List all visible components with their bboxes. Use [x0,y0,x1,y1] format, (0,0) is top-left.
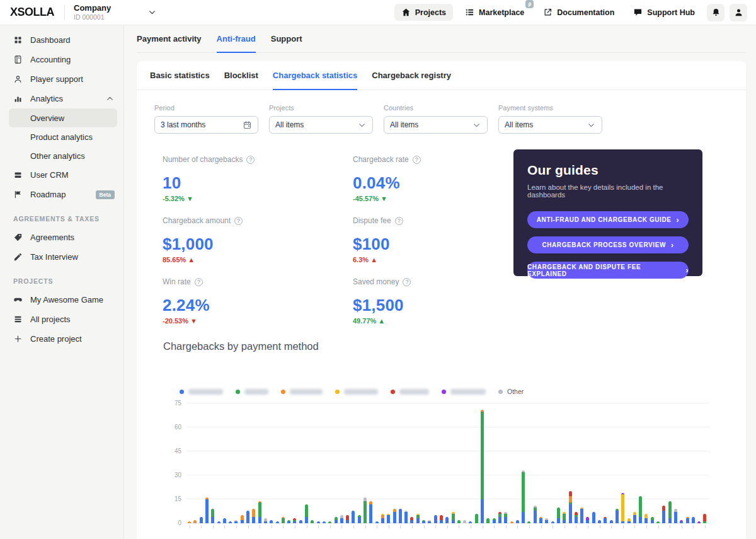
info-icon[interactable]: ? [413,156,421,164]
analytics-icon [13,94,23,103]
y-axis-label: 0 [163,519,181,526]
info-icon[interactable]: ? [403,278,411,286]
tab-support[interactable]: Support [271,25,302,52]
bar [241,515,244,523]
sidebar-item-analytics[interactable]: Analytics [0,89,123,108]
tab-chargeback-statistics[interactable]: Chargeback statistics [273,61,357,90]
bar [651,517,654,523]
gridline [186,427,709,427]
tab-payment-activity[interactable]: Payment activity [137,25,202,52]
sidebar-item-label: Analytics [30,94,63,103]
bar [486,518,490,523]
metric-label: Number of chargebacks? [163,155,353,164]
nav-projects[interactable]: Projects [394,4,453,21]
sidebar-item-all-projects[interactable]: All projects [0,310,123,329]
tab-anti-fraud[interactable]: Anti-fraud [217,25,256,52]
user-button[interactable] [730,4,747,21]
tab-chargeback-registry[interactable]: Chargeback registry [372,61,451,90]
legend-item-redacted-6[interactable] [442,389,486,395]
chart-plot: 01530456075 [186,403,709,523]
legend-dot-icon [391,390,395,394]
bar [416,514,420,523]
sidebar-item-product-analytics[interactable]: Product analytics [0,127,123,146]
info-icon[interactable]: ? [395,217,403,225]
payment-systems-input[interactable]: All items [498,116,602,134]
legend-item-redacted-5[interactable] [391,389,429,395]
chart-legend: Other [180,388,746,395]
bell-button[interactable] [707,4,724,21]
info-icon[interactable]: ? [234,217,243,225]
bar [481,410,484,523]
bar [282,517,285,523]
guide-button-chargeback-process-overview[interactable]: CHARGEBACK PROCESS OVERVIEW› [527,236,689,253]
metric-label: Saved money? [353,277,543,286]
legend-label-redacted [188,389,223,395]
guide-button-label: CHARGEBACK AND DISPUTE FEE EXPLAINED [527,264,680,277]
bar [393,509,396,523]
sidebar-item-accounting[interactable]: Accounting [0,50,123,69]
info-icon[interactable]: ? [195,278,203,286]
metric-saved-money: Saved money?$1,50049.77% ▲ [353,277,543,339]
legend-item-redacted-3[interactable] [281,389,323,395]
x-tick [693,525,694,528]
layers-icon [13,170,23,180]
sidebar-item-label: User CRM [30,170,69,180]
sidebar: DashboardAccountingPlayer supportAnalyti… [0,25,124,539]
sidebar-item-my-awesome-game[interactable]: My Awesome Game [0,290,123,310]
nav-support-hub[interactable]: Support Hub [626,4,702,21]
topbar-divider [64,5,65,20]
guide-button-chargeback-and-dispute-fee-explained[interactable]: CHARGEBACK AND DISPUTE FEE EXPLAINED› [527,262,689,279]
sidebar-item-player-support[interactable]: Player support [0,69,123,89]
legend-item-redacted-2[interactable] [236,389,268,395]
legend-item-redacted-1[interactable] [180,389,223,395]
sidebar-item-tax-interview[interactable]: Tax Interview [0,247,123,267]
sidebar-item-dashboard[interactable]: Dashboard [0,30,123,50]
company-switcher[interactable]: Company ID 000001 [74,3,157,21]
sidebar-item-roadmap[interactable]: RoadmapBeta [0,185,123,204]
legend-dot-icon [498,390,503,394]
x-tick [295,525,295,528]
x-tick [400,525,401,528]
countries-input[interactable]: All items [384,116,488,134]
x-tick [213,525,214,528]
guide-button-anti-fraud-and-chargeback-guide[interactable]: ANTI-FRAUD AND CHARGEBACK GUIDE› [527,211,689,228]
sidebar-item-user-crm[interactable]: User CRM [0,165,123,185]
card-tabs: Basic statisticsBlocklistChargeback stat… [137,61,746,90]
legend-dot-icon [442,390,446,394]
xsolla-logo[interactable]: XSOLLA [10,6,54,19]
sidebar-section-projects: PROJECTS [0,267,123,290]
bar-segment [534,511,537,523]
info-icon[interactable]: ? [246,156,255,164]
legend-item-other[interactable]: Other [498,388,524,395]
sidebar-item-label: Roadmap [30,190,66,199]
tab-blocklist[interactable]: Blocklist [224,61,258,90]
bar-segment [241,515,244,520]
sidebar-item-overview[interactable]: Overview [9,108,117,127]
projects-input[interactable]: All items [269,116,373,134]
bar-segment [668,518,672,523]
bar [475,514,478,523]
legend-label-redacted [450,389,486,395]
bar-segment [644,518,648,523]
metric-number-of-chargebacks: Number of chargebacks?10-5.32% ▼ [163,155,353,216]
bar [264,518,267,523]
sidebar-item-agreements[interactable]: Agreements [0,228,123,247]
bar-segment [252,517,255,523]
bar-segment [440,515,443,520]
tab-basic-statistics[interactable]: Basic statistics [150,61,210,90]
sidebar-item-other-analytics[interactable]: Other analytics [0,146,123,165]
bar [493,518,496,523]
legend-dot-icon [335,390,340,394]
chevron-right-icon: › [677,216,680,224]
nav-documentation[interactable]: Documentation [536,4,621,21]
nav-marketplace[interactable]: Marketplaceβ [458,4,531,21]
bar-segment [223,518,226,523]
bar-segment [692,517,695,523]
legend-item-redacted-4[interactable] [335,389,378,395]
sidebar-item-create-project[interactable]: Create project [0,329,123,349]
x-tick [307,525,307,528]
x-tick [260,525,260,528]
period-input[interactable]: 3 last months [154,116,258,134]
bar-segment [475,514,478,523]
bar [504,512,507,523]
